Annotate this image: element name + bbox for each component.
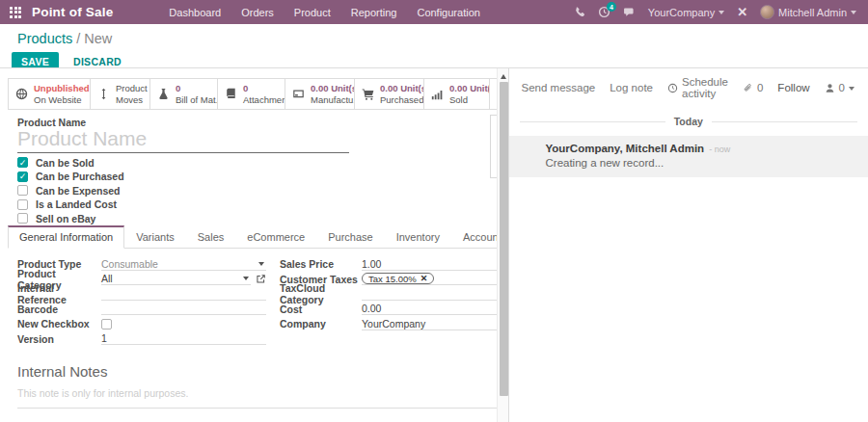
notebook-tabs: General Information Variants Sales eComm… bbox=[8, 226, 550, 249]
stat-button-website[interactable]: Unpublished On Website bbox=[9, 79, 91, 109]
tab-inventory[interactable]: Inventory bbox=[385, 226, 451, 248]
chart-bars-icon bbox=[431, 88, 444, 100]
product-name-input[interactable]: Product Name bbox=[17, 127, 349, 153]
stat-label: Moves bbox=[116, 94, 148, 105]
chevron-down-icon bbox=[849, 87, 854, 93]
today-divider: Today bbox=[509, 116, 868, 127]
tag-remove-icon[interactable]: ✕ bbox=[420, 275, 428, 283]
flag-can-be-sold[interactable]: ✓ Can be Sold bbox=[17, 157, 124, 168]
content-area: Unpublished On Website Product Moves bbox=[0, 67, 868, 422]
scroll-up-arrow-icon[interactable] bbox=[501, 71, 506, 79]
flask-icon bbox=[157, 88, 170, 100]
cart-icon bbox=[362, 88, 374, 100]
control-panel: Products / New SAVE DISCARD bbox=[0, 24, 868, 67]
chat-bubble-icon[interactable] bbox=[623, 6, 636, 18]
arrows-updown-icon bbox=[97, 88, 110, 100]
tab-sales[interactable]: Sales bbox=[186, 226, 236, 248]
activity-clock-icon[interactable]: 4 bbox=[598, 6, 610, 18]
company-switcher[interactable]: YourCompany bbox=[648, 7, 724, 18]
chevron-down-icon bbox=[719, 11, 724, 17]
menu-product[interactable]: Product bbox=[294, 7, 331, 18]
globe-icon bbox=[15, 88, 28, 100]
apps-grid-icon[interactable] bbox=[10, 7, 21, 18]
new-checkbox-input[interactable] bbox=[101, 319, 112, 330]
breadcrumb-products[interactable]: Products bbox=[17, 31, 72, 46]
message-body: Creating a new record... bbox=[546, 157, 859, 169]
menu-configuration[interactable]: Configuration bbox=[417, 7, 479, 18]
stat-button-product-moves[interactable]: Product Moves bbox=[91, 79, 150, 109]
scrollbar-thumb[interactable] bbox=[500, 82, 508, 396]
stat-value: Product bbox=[116, 83, 148, 93]
log-note-button[interactable]: Log note bbox=[610, 82, 653, 93]
general-information-fields: Product Type Consumable Product Category… bbox=[17, 258, 529, 345]
tab-variants[interactable]: Variants bbox=[124, 226, 186, 248]
tab-general-information[interactable]: General Information bbox=[8, 225, 124, 249]
field-cost: Cost 0.00 bbox=[280, 303, 529, 316]
x-icon[interactable]: ✕ bbox=[737, 6, 747, 18]
app-name[interactable]: Point of Sale bbox=[32, 5, 113, 19]
user-menu[interactable]: Mitchell Admin bbox=[760, 5, 856, 19]
stat-value: 0.00 Unit(s) bbox=[380, 83, 424, 93]
attachments-counter[interactable]: 0 bbox=[743, 82, 763, 93]
stat-button-manufactured[interactable]: 0.00 Unit(s) Manufactu... bbox=[285, 79, 355, 109]
stat-button-purchased[interactable]: 0.00 Unit(s) Purchased bbox=[355, 79, 424, 109]
external-link-icon[interactable] bbox=[256, 274, 266, 284]
menu-orders[interactable]: Orders bbox=[241, 7, 274, 18]
flag-landed-cost[interactable]: Is a Landed Cost bbox=[17, 199, 124, 210]
stat-label: On Website bbox=[34, 94, 90, 105]
schedule-activity-button[interactable]: Schedule activity bbox=[667, 76, 728, 99]
paperclip-icon bbox=[743, 83, 753, 93]
internal-notes-input[interactable]: This note is only for internal purposes. bbox=[17, 387, 188, 399]
chevron-down-icon bbox=[851, 11, 856, 17]
tab-purchase[interactable]: Purchase bbox=[316, 226, 384, 248]
tax-tag: Tax 15.00% ✕ bbox=[362, 273, 434, 284]
stat-button-attachments[interactable]: 0 Attachments bbox=[218, 79, 285, 109]
stat-value: 0 bbox=[243, 83, 285, 93]
phone-icon[interactable] bbox=[573, 6, 585, 18]
breadcrumb-separator: / bbox=[76, 31, 80, 46]
company-select[interactable]: YourCompany bbox=[362, 318, 513, 330]
tab-ecommerce[interactable]: eCommerce bbox=[235, 226, 316, 248]
stat-button-box: Unpublished On Website Product Moves bbox=[8, 78, 550, 110]
discard-button[interactable]: DISCARD bbox=[73, 56, 122, 67]
checkbox-icon[interactable] bbox=[17, 213, 28, 224]
menu-dashboard[interactable]: Dashboard bbox=[169, 7, 221, 18]
checkbox-checked-icon[interactable]: ✓ bbox=[17, 171, 28, 182]
flag-can-be-purchased[interactable]: ✓ Can be Purchased bbox=[17, 171, 124, 182]
product-category-select[interactable]: All bbox=[101, 273, 251, 285]
stat-value: 0 bbox=[176, 83, 218, 93]
message-timestamp: - now bbox=[709, 145, 730, 154]
flag-sell-on-ebay[interactable]: Sell on eBay bbox=[17, 213, 124, 224]
field-sales-price: Sales Price 1.00 bbox=[280, 258, 529, 271]
breadcrumb-current: New bbox=[84, 31, 112, 46]
checkbox-checked-icon[interactable]: ✓ bbox=[17, 157, 28, 168]
stat-button-sold[interactable]: 0.00 Unit(s) Sold bbox=[424, 79, 490, 109]
follow-button[interactable]: Follow bbox=[777, 82, 809, 93]
stat-value: Unpublished bbox=[34, 83, 90, 93]
breadcrumb: Products / New bbox=[17, 31, 112, 46]
stat-label: Purchased bbox=[380, 94, 424, 105]
stat-value: 0.00 Unit(s) bbox=[449, 83, 490, 93]
product-type-select[interactable]: Consumable bbox=[101, 258, 266, 271]
checkbox-icon[interactable] bbox=[17, 185, 28, 196]
message-author[interactable]: YourCompany, Mitchell Admin bbox=[546, 143, 705, 154]
stat-button-bom[interactable]: 0 Bill of Mat... bbox=[150, 79, 218, 109]
stat-value: 0.00 Unit(s) bbox=[311, 83, 355, 93]
manufacture-icon bbox=[292, 88, 305, 100]
vertical-scrollbar[interactable] bbox=[497, 68, 508, 422]
follower-person-icon bbox=[825, 83, 835, 93]
top-navbar: Point of Sale Dashboard Orders Product R… bbox=[0, 0, 868, 24]
internal-notes-title: Internal Notes bbox=[17, 363, 107, 380]
send-message-button[interactable]: Send message bbox=[522, 82, 596, 93]
barcode-input[interactable] bbox=[101, 303, 266, 315]
checkbox-icon[interactable] bbox=[17, 199, 28, 210]
chatter-panel: Send message Log note Schedule activity … bbox=[508, 68, 868, 422]
version-input[interactable]: 1 bbox=[101, 332, 266, 345]
followers-counter[interactable]: 0 bbox=[825, 82, 854, 93]
stat-label: Attachments bbox=[243, 94, 285, 105]
chevron-down-icon bbox=[258, 262, 264, 269]
main-menu: Dashboard Orders Product Reporting Confi… bbox=[169, 7, 480, 18]
flag-can-be-expensed[interactable]: Can be Expensed bbox=[17, 185, 124, 196]
menu-reporting[interactable]: Reporting bbox=[351, 7, 397, 18]
internal-reference-input[interactable] bbox=[101, 288, 266, 301]
